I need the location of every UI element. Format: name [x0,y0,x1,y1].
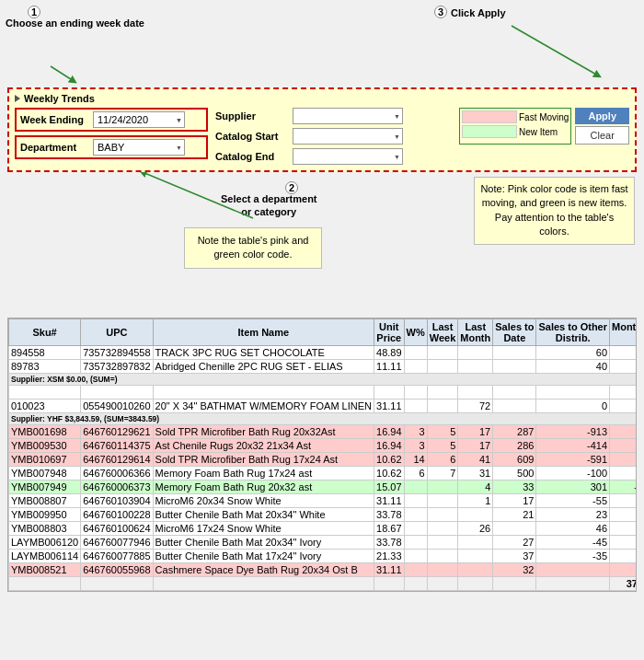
table-row: YMB008803 646760100624 MicroM6 17x24 Sno… [9,522,638,536]
col-month-total: Month Total$ [610,319,637,346]
catalog-start-select[interactable] [293,128,403,145]
bubble-1: 1 [28,6,40,18]
svg-line-1 [512,26,598,75]
department-select[interactable]: BABY [93,139,185,156]
supplier-label: Supplier [215,110,289,122]
col-upc: UPC [81,319,153,346]
data-table-container: Sku# UPC Item Name UnitPrice W% LastWeek… [7,318,637,592]
col-item-name: Item Name [153,319,374,346]
table-row: YMB009950 646760100228 Butter Chenile Ba… [9,508,638,522]
table-row: YMB008521 646760055968 Cashmere Space Dy… [9,563,638,577]
catalog-start-label: Catalog Start [215,131,289,142]
table-row: 894558 735732894558 TRACK 3PC RUG SET CH… [9,346,638,360]
col-last-month: LastMonth [458,319,493,346]
clear-button[interactable]: Clear [575,126,629,145]
table-row: YMB010697 646760129614 Sold TPR Microfib… [9,453,638,467]
color-code-note: Note: Pink color code is item fast movin… [474,177,635,245]
weekly-trends-panel: Weekly Trends Week Ending ▼ Department [7,87,637,172]
col-sales-date: Sales toDate [493,319,536,346]
panel-title: Weekly Trends [15,93,629,104]
table-row: YMB007948 646760006366 Memory Foam Bath … [9,467,638,481]
table-row: 010023 055490010260 20" X 34" BATHMAT W/… [9,399,638,413]
table-row: LAYMB006114 646760077885 Butter Chenile … [9,550,638,563]
annotation-text-1: Choose an ending week date [6,17,144,29]
supplier-header-row: Supplier: XSM $0.00, (SUM=) [9,374,638,386]
apply-button[interactable]: Apply [575,108,629,124]
table-row: YMB007949 646760006373 Memory Foam Bath … [9,481,638,494]
table-row: YMB008807 646760103904 MicroM6 20x34 Sno… [9,494,638,508]
col-sku: Sku# [9,319,81,346]
annotation-text-2: Select a departmentor category [221,192,317,219]
total-row: 37140.12 [9,577,638,591]
new-item-swatch [462,125,517,138]
annotation-text-3: Click Apply [451,7,506,18]
col-last-week: LastWeek [427,319,458,346]
table-row: LAYMB006120 646760077946 Butter Chenile … [9,536,638,550]
col-unit-price: UnitPrice [374,319,405,346]
department-label: Department [20,142,89,153]
table-row: YMB009530 646760114375 Ast Chenile Rugs … [9,439,638,453]
supplier-select[interactable] [293,108,403,124]
table-row: 89783 735732897832 Abridged Chenille 2PC… [9,360,638,374]
supplier-header-row: Supplier: YHF $3,843.59, (SUM=3843.59) [9,413,638,425]
table-row: 16 [9,386,638,399]
bubble-3: 3 [434,6,447,18]
catalog-end-select[interactable] [293,148,403,165]
fast-moving-swatch [462,110,517,123]
fast-moving-label: Fast Moving [519,112,569,122]
table-row: YMB001698 646760129621 Sold TPR Microfib… [9,425,638,439]
data-table: Sku# UPC Item Name UnitPrice W% LastWeek… [8,318,637,591]
table-color-note: Note the table's pink and green color co… [184,227,322,269]
catalog-end-label: Catalog End [215,151,289,162]
week-ending-label: Week Ending [20,114,89,125]
col-w-pct: W% [404,319,427,346]
svg-line-0 [51,66,74,81]
week-ending-input[interactable] [93,111,185,128]
table-header-row: Sku# UPC Item Name UnitPrice W% LastWeek… [9,319,638,346]
col-sales-other: Sales to OtherDistrib. [536,319,610,346]
new-item-label: New Item [519,127,558,137]
